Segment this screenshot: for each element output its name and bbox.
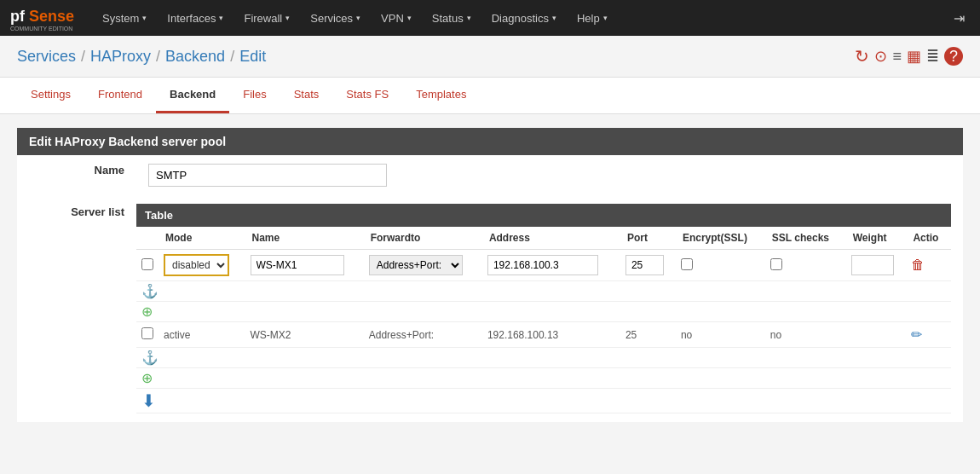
row2-mode-value: active — [164, 329, 190, 341]
chevron-down-icon: ▾ — [356, 14, 360, 22]
row2-ssl-checks-value: no — [770, 329, 781, 341]
row1-weight-cell — [846, 250, 907, 281]
col-checkbox — [136, 227, 159, 250]
row1-mode-select[interactable]: disabled active backup — [164, 254, 229, 276]
navbar-item-help[interactable]: Help ▾ — [567, 0, 618, 36]
row2-checkbox[interactable] — [141, 327, 153, 339]
name-label: Name — [17, 155, 136, 195]
chart-icon[interactable]: ▦ — [907, 47, 921, 66]
navbar-item-interfaces[interactable]: Interfaces ▾ — [157, 0, 233, 36]
breadcrumb-backend[interactable]: Backend — [165, 48, 225, 66]
svg-text:COMMUNITY EDITION: COMMUNITY EDITION — [10, 26, 72, 32]
help-icon[interactable]: ? — [944, 47, 963, 66]
refresh-icon[interactable]: ↻ — [855, 46, 869, 66]
tabs-bar: Settings Frontend Backend Files Stats St… — [0, 78, 980, 114]
row1-ssl-checks-checkbox[interactable] — [770, 258, 782, 270]
svg-text:Sense: Sense — [29, 8, 74, 25]
row1-controls-cell: ⚓ — [136, 281, 951, 302]
row1-port-input[interactable] — [625, 255, 664, 275]
row2-anchor-icon[interactable]: ⚓ — [141, 350, 159, 365]
col-forwardto: Forwardto — [364, 227, 482, 250]
col-port: Port — [620, 227, 676, 250]
row2-mode-cell: active — [159, 322, 245, 348]
row1-weight-input[interactable] — [851, 255, 894, 275]
row1-mode-cell: disabled active backup — [159, 250, 245, 281]
row1-checkbox-cell — [136, 250, 159, 281]
row1-forwardto-cell: Address+Port: — [364, 250, 482, 281]
column-headers: Mode Name Forwardto Address Port Encrypt… — [136, 227, 951, 250]
navbar-item-vpn[interactable]: VPN ▾ — [371, 0, 422, 36]
status-icon[interactable]: ⊙ — [874, 47, 887, 66]
name-row: Name — [17, 155, 963, 195]
brand-logo: pf Sense COMMUNITY EDITION — [7, 3, 84, 33]
tab-backend[interactable]: Backend — [156, 78, 229, 113]
row2-ssl-checks-cell: no — [765, 322, 846, 348]
row2-add-cell: ⊕ — [136, 368, 951, 389]
row2-forwardto-value: Address+Port: — [369, 329, 434, 341]
row2-name-value: WS-MX2 — [251, 329, 291, 341]
row1-name-cell — [245, 250, 364, 281]
row2-edit-icon[interactable]: ✏ — [911, 327, 922, 342]
row2-port-value: 25 — [625, 329, 637, 341]
navbar-item-services[interactable]: Services ▾ — [300, 0, 371, 36]
breadcrumb-services[interactable]: Services — [17, 48, 76, 66]
row1-controls: ⚓ — [136, 281, 951, 302]
tab-frontend[interactable]: Frontend — [84, 78, 156, 113]
breadcrumb-actions: ↻ ⊙ ≡ ▦ ≣ ? — [855, 46, 963, 66]
settings-icon[interactable]: ≡ — [892, 48, 902, 66]
row2-checkbox-cell — [136, 322, 159, 348]
tab-stats-fs[interactable]: Stats FS — [332, 78, 402, 113]
row1-add-cell: ⊕ — [136, 302, 951, 322]
navbar-item-status[interactable]: Status ▾ — [422, 0, 481, 36]
row1-add-row: ⊕ — [136, 302, 951, 322]
navbar-item-system[interactable]: System ▾ — [92, 0, 157, 36]
row1-forwardto-select[interactable]: Address+Port: — [369, 255, 463, 275]
row1-port-cell — [620, 250, 676, 281]
col-name: Name — [245, 227, 364, 250]
col-encrypt: Encrypt(SSL) — [676, 227, 765, 250]
list-icon[interactable]: ≣ — [926, 47, 939, 66]
name-input-cell — [136, 155, 963, 195]
breadcrumb-haproxy[interactable]: HAProxy — [90, 48, 151, 66]
row1-name-input[interactable] — [251, 255, 344, 275]
name-input[interactable] — [148, 164, 387, 187]
breadcrumb-edit: Edit — [239, 48, 266, 66]
row1-delete-icon[interactable]: 🗑 — [911, 257, 925, 272]
row1-add-icon[interactable]: ⊕ — [141, 304, 153, 319]
row2-add-icon[interactable]: ⊕ — [141, 371, 153, 385]
chevron-down-icon: ▾ — [142, 14, 147, 22]
chevron-down-icon: ▾ — [603, 14, 608, 22]
navbar-menu: System ▾ Interfaces ▾ Firewall ▾ Service… — [92, 0, 945, 36]
row1-checkbox[interactable] — [141, 258, 153, 270]
chevron-down-icon: ▾ — [467, 14, 471, 22]
move-down-row: ⬇ — [136, 389, 951, 413]
row2-controls: ⚓ — [136, 348, 951, 368]
row1-encrypt-checkbox[interactable] — [681, 258, 693, 270]
server-list-cell: Table Mode Name Forwardto Address Port — [136, 195, 963, 422]
tab-settings[interactable]: Settings — [17, 78, 84, 113]
col-ssl-checks: SSL checks — [765, 227, 846, 250]
tab-templates[interactable]: Templates — [402, 78, 480, 113]
svg-text:pf: pf — [10, 8, 26, 25]
row1-ssl-checks-cell — [765, 250, 846, 281]
tab-stats[interactable]: Stats — [280, 78, 333, 113]
row2-encrypt-value: no — [681, 329, 692, 341]
navbar-item-firewall[interactable]: Firewall ▾ — [233, 0, 300, 36]
chevron-down-icon: ▾ — [285, 14, 290, 22]
row1-address-cell — [482, 250, 620, 281]
row2-address-value: 192.168.100.13 — [487, 329, 558, 341]
col-mode: Mode — [159, 227, 245, 250]
row1-anchor-icon[interactable]: ⚓ — [141, 284, 159, 298]
row2-add-row: ⊕ — [136, 368, 951, 389]
logout-button[interactable]: ⇥ — [945, 10, 973, 26]
pfsense-logo: pf Sense COMMUNITY EDITION — [7, 3, 84, 33]
breadcrumb-bar: Services / HAProxy / Backend / Edit ↻ ⊙ … — [0, 36, 980, 78]
navbar-item-diagnostics[interactable]: Diagnostics ▾ — [481, 0, 567, 36]
table-row: disabled active backup — [136, 250, 951, 281]
tab-files[interactable]: Files — [229, 78, 280, 113]
move-down-icon[interactable]: ⬇ — [141, 391, 156, 410]
col-address: Address — [482, 227, 620, 250]
row1-encrypt-cell — [676, 250, 765, 281]
chevron-down-icon: ▾ — [219, 14, 223, 22]
row1-address-input[interactable] — [487, 255, 598, 275]
